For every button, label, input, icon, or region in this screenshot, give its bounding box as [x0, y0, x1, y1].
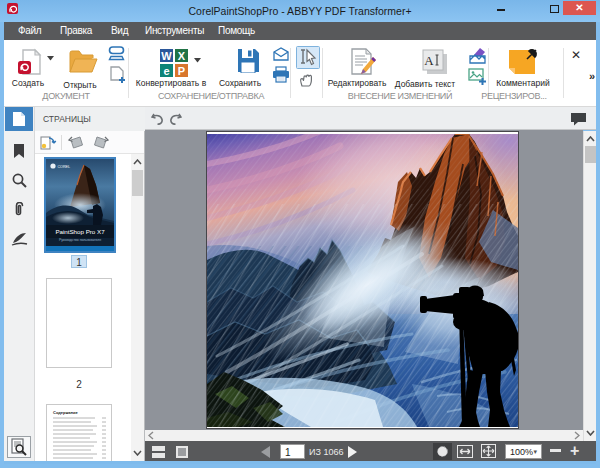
svg-text:Руководство пользователя: Руководство пользователя — [59, 238, 101, 242]
svg-text:X: X — [178, 50, 186, 62]
svg-text:A: A — [424, 53, 434, 68]
svg-text:e: e — [163, 65, 169, 77]
svg-text:PaintShop Pro X7: PaintShop Pro X7 — [55, 228, 105, 235]
svg-text:W: W — [161, 50, 172, 62]
svg-text:P: P — [178, 65, 185, 77]
svg-text:COREL: COREL — [58, 165, 70, 169]
